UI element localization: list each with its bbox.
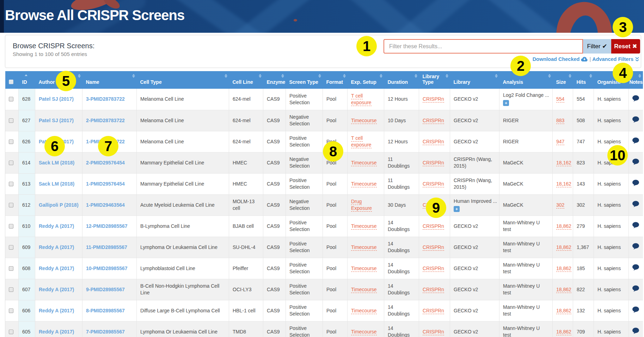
- column-header-exp_setup[interactable]: Exp. Setup: [348, 71, 384, 89]
- notes-icon[interactable]: [632, 139, 639, 145]
- library_type-link[interactable]: CRISPRn: [423, 287, 444, 293]
- library_type-link[interactable]: CRISPRn: [423, 139, 444, 145]
- notes-icon[interactable]: [632, 97, 639, 103]
- filter-input[interactable]: [384, 39, 583, 54]
- name-link[interactable]: 12-PMID28985567: [86, 223, 128, 229]
- column-header-library[interactable]: Library: [450, 71, 499, 89]
- exp_setup-link[interactable]: Timecourse: [351, 287, 377, 293]
- exp_setup-link[interactable]: Timecourse: [351, 308, 377, 314]
- row-checkbox[interactable]: [9, 245, 13, 250]
- name-link[interactable]: 1-PMID29463564: [86, 202, 125, 208]
- notes-icon[interactable]: [632, 287, 639, 293]
- column-header-duration[interactable]: Duration: [384, 71, 419, 89]
- exp_setup-link[interactable]: Drug Exposure: [351, 199, 372, 212]
- column-header-enzyme[interactable]: Enzyme: [263, 71, 286, 89]
- notes-icon[interactable]: [632, 118, 639, 124]
- exp_setup-link[interactable]: T cell exposure: [351, 135, 372, 148]
- size-link[interactable]: 18,162: [556, 160, 571, 166]
- exp_setup-link[interactable]: Timecourse: [351, 266, 377, 272]
- size-link[interactable]: 302: [556, 202, 564, 208]
- author-link[interactable]: Sack LM (2018): [39, 160, 74, 166]
- column-header-name[interactable]: Name: [82, 71, 137, 89]
- author-link[interactable]: Reddy A (2017): [39, 266, 74, 271]
- row-checkbox[interactable]: [9, 139, 13, 144]
- name-link[interactable]: 3-PMID28783722: [86, 96, 125, 102]
- library_type-link[interactable]: CRISPRn: [423, 160, 444, 166]
- column-header-format[interactable]: Format: [323, 71, 348, 89]
- size-link[interactable]: 18,862: [556, 223, 571, 230]
- author-link[interactable]: Reddy A (2017): [39, 329, 74, 335]
- size-link[interactable]: 18,862: [556, 244, 571, 251]
- author-link[interactable]: Reddy A (2017): [39, 244, 74, 250]
- notes-icon[interactable]: [632, 330, 639, 335]
- name-link[interactable]: 11-PMID28985567: [86, 244, 127, 250]
- row-checkbox[interactable]: [9, 161, 13, 165]
- library_type-link[interactable]: CRISPRn: [423, 96, 444, 102]
- row-checkbox[interactable]: [9, 203, 13, 207]
- exp_setup-link[interactable]: Timecourse: [351, 160, 377, 166]
- row-checkbox[interactable]: [9, 182, 13, 186]
- column-header-cell_line[interactable]: Cell Line: [229, 71, 263, 89]
- author-link[interactable]: Reddy A (2017): [39, 287, 74, 292]
- author-link[interactable]: Reddy A (2017): [39, 223, 74, 229]
- author-link[interactable]: Patel SJ (2017): [39, 118, 74, 123]
- size-link[interactable]: 883: [556, 118, 564, 124]
- name-link[interactable]: 2-PMID28783722: [86, 118, 125, 123]
- column-header-hits[interactable]: Hits: [573, 71, 594, 89]
- notes-icon[interactable]: [632, 182, 639, 187]
- exp_setup-link[interactable]: Timecourse: [351, 329, 377, 335]
- column-header-cell_type[interactable]: Cell Type: [137, 71, 229, 89]
- column-header-size[interactable]: Size: [553, 71, 573, 89]
- filter-button[interactable]: Filter ✔: [583, 39, 611, 54]
- reset-button[interactable]: Reset ✖: [611, 39, 640, 54]
- select-all-checkbox[interactable]: [9, 80, 13, 84]
- library_type-link[interactable]: CRISPRn: [423, 308, 444, 314]
- name-link[interactable]: 2-PMID29576454: [86, 160, 125, 166]
- name-link[interactable]: 10-PMID28985567: [86, 266, 128, 271]
- size-link[interactable]: 947: [556, 139, 564, 145]
- library_type-link[interactable]: CRISPRn: [423, 329, 444, 335]
- row-checkbox[interactable]: [9, 266, 13, 271]
- library_type-link[interactable]: CRISPRn: [423, 266, 444, 272]
- notes-icon[interactable]: [632, 266, 639, 272]
- author-link[interactable]: Patel SJ (2017): [39, 96, 74, 102]
- library_type-link[interactable]: CRISPRn: [423, 118, 444, 124]
- exp_setup-link[interactable]: Timecourse: [351, 223, 377, 230]
- name-link[interactable]: 7-PMID28985567: [86, 329, 125, 335]
- column-header-library_type[interactable]: Library Type: [419, 71, 450, 89]
- author-link[interactable]: Gallipoli P (2018): [39, 202, 79, 208]
- column-header-id[interactable]: ID: [19, 71, 35, 89]
- size-link[interactable]: 554: [556, 96, 564, 102]
- size-link[interactable]: 18,862: [556, 287, 571, 293]
- row-checkbox[interactable]: [9, 97, 13, 101]
- expand-plus-icon[interactable]: +: [503, 100, 509, 106]
- library_type-link[interactable]: CRISPRn: [423, 181, 444, 187]
- size-link[interactable]: 18,862: [556, 266, 571, 272]
- notes-icon[interactable]: [632, 203, 639, 208]
- size-link[interactable]: 18,862: [556, 308, 571, 314]
- row-checkbox[interactable]: [9, 224, 13, 229]
- size-link[interactable]: 18,862: [556, 329, 571, 335]
- row-checkbox[interactable]: [9, 308, 13, 313]
- notes-icon[interactable]: [632, 308, 639, 314]
- author-link[interactable]: Reddy A (2017): [39, 308, 74, 313]
- author-link[interactable]: Sack LM (2018): [39, 181, 74, 187]
- notes-icon[interactable]: [632, 161, 639, 166]
- notes-icon[interactable]: [632, 245, 639, 251]
- exp_setup-link[interactable]: Timecourse: [351, 118, 377, 124]
- library_type-link[interactable]: CRISPRn: [423, 244, 444, 251]
- download-checked-link[interactable]: Download Checked: [533, 56, 588, 62]
- name-link[interactable]: 8-PMID28985567: [86, 308, 125, 313]
- advanced-filters-link[interactable]: Advanced Filters: [592, 56, 639, 62]
- exp_setup-link[interactable]: Timecourse: [351, 244, 377, 251]
- exp_setup-link[interactable]: T cell exposure: [351, 93, 372, 106]
- row-checkbox[interactable]: [9, 330, 13, 334]
- library_type-link[interactable]: CRISPRn: [423, 223, 444, 230]
- size-link[interactable]: 18,162: [556, 181, 571, 187]
- name-link[interactable]: 9-PMID28985567: [86, 287, 125, 292]
- expand-plus-icon[interactable]: +: [454, 206, 460, 212]
- notes-icon[interactable]: [632, 224, 639, 230]
- row-checkbox[interactable]: [9, 287, 13, 292]
- name-link[interactable]: 1-PMID29576454: [86, 181, 125, 187]
- exp_setup-link[interactable]: Timecourse: [351, 181, 377, 187]
